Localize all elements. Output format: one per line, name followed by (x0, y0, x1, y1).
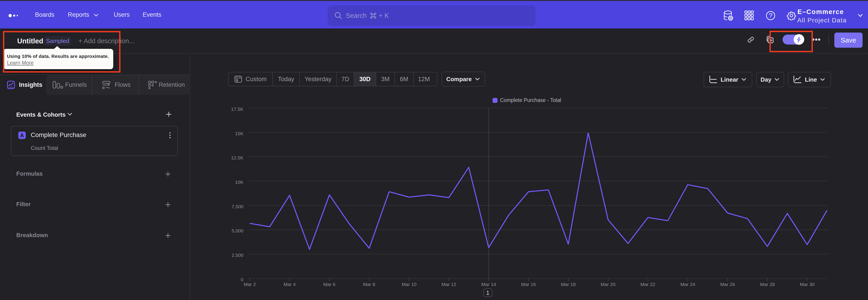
svg-text:Mar 22: Mar 22 (640, 282, 655, 287)
svg-text:17.5K: 17.5K (231, 107, 243, 112)
svg-text:Mar 14: Mar 14 (481, 282, 496, 287)
svg-text:Mar 16: Mar 16 (521, 282, 536, 287)
svg-text:7,500: 7,500 (231, 204, 243, 209)
svg-text:Mar 8: Mar 8 (363, 282, 375, 287)
svg-text:Mar 18: Mar 18 (561, 282, 576, 287)
svg-text:Mar 20: Mar 20 (600, 282, 615, 287)
svg-text:5,000: 5,000 (231, 228, 243, 233)
svg-text:Mar 12: Mar 12 (441, 282, 456, 287)
svg-text:Mar 24: Mar 24 (680, 282, 695, 287)
svg-text:2,500: 2,500 (231, 252, 243, 258)
svg-text:Mar 30: Mar 30 (800, 282, 814, 287)
svg-text:Complete Purchase - Total: Complete Purchase - Total (500, 97, 561, 103)
svg-text:10K: 10K (235, 180, 243, 185)
svg-text:15K: 15K (235, 131, 243, 136)
svg-text:Mar 10: Mar 10 (402, 282, 416, 287)
svg-text:0: 0 (241, 277, 243, 282)
svg-text:Mar 28: Mar 28 (760, 282, 775, 287)
svg-text:Mar 6: Mar 6 (323, 282, 336, 287)
svg-text:1: 1 (486, 289, 489, 296)
svg-text:Mar 26: Mar 26 (720, 282, 735, 287)
svg-text:12.5K: 12.5K (231, 155, 243, 160)
svg-text:Mar 4: Mar 4 (283, 282, 296, 287)
svg-text:Mar 2: Mar 2 (244, 282, 256, 287)
